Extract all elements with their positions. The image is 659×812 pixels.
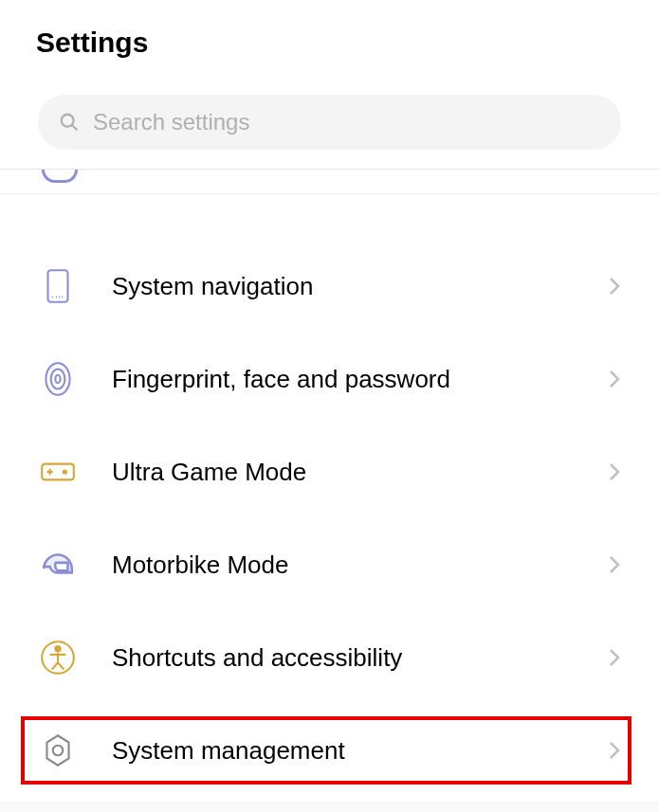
- svg-line-18: [58, 662, 64, 669]
- header: Settings: [0, 0, 659, 78]
- gear-icon: [38, 731, 78, 770]
- settings-row-system-management[interactable]: System management: [0, 704, 659, 797]
- partial-cutoff-row: [0, 170, 659, 194]
- svg-point-20: [53, 746, 64, 756]
- chevron-right-icon: [608, 647, 621, 668]
- phone-navigation-icon: [38, 266, 78, 306]
- page-title: Settings: [36, 27, 623, 59]
- settings-row-ultra-game-mode[interactable]: Ultra Game Mode: [0, 425, 659, 518]
- chevron-right-icon: [608, 276, 621, 297]
- svg-rect-9: [42, 464, 74, 480]
- search-box[interactable]: [38, 95, 621, 150]
- svg-point-0: [62, 115, 74, 127]
- svg-point-12: [64, 470, 66, 473]
- settings-row-motorbike-mode[interactable]: Motorbike Mode: [0, 518, 659, 611]
- svg-line-17: [52, 662, 58, 669]
- partial-icon: [42, 170, 78, 183]
- settings-row-label: Ultra Game Mode: [112, 458, 608, 487]
- svg-point-8: [55, 375, 60, 383]
- gamepad-icon: [38, 452, 78, 492]
- chevron-right-icon: [608, 461, 621, 482]
- settings-row-fingerprint[interactable]: Fingerprint, face and password: [0, 333, 659, 425]
- settings-row-label: System management: [112, 736, 608, 766]
- chevron-right-icon: [608, 554, 621, 575]
- svg-point-14: [55, 646, 60, 651]
- fingerprint-icon: [38, 359, 78, 399]
- settings-row-label: Shortcuts and accessibility: [112, 643, 608, 673]
- svg-point-7: [51, 370, 65, 389]
- settings-row-label: System navigation: [112, 272, 608, 301]
- accessibility-icon: [38, 638, 78, 677]
- svg-line-1: [72, 125, 77, 130]
- settings-row-label: Fingerprint, face and password: [112, 365, 608, 394]
- settings-row-system-navigation[interactable]: System navigation: [0, 240, 659, 333]
- settings-row-shortcuts-accessibility[interactable]: Shortcuts and accessibility: [0, 611, 659, 704]
- section-gap: [0, 803, 659, 812]
- search-input[interactable]: [93, 109, 600, 135]
- chevron-right-icon: [608, 740, 621, 761]
- svg-rect-2: [48, 270, 68, 302]
- svg-marker-19: [46, 735, 68, 766]
- svg-point-6: [46, 363, 69, 395]
- settings-row-label: Motorbike Mode: [112, 550, 608, 580]
- search-icon: [59, 112, 80, 133]
- helmet-icon: [38, 545, 78, 585]
- settings-list: System navigation Fingerprint, face and …: [0, 170, 659, 812]
- chevron-right-icon: [608, 369, 621, 389]
